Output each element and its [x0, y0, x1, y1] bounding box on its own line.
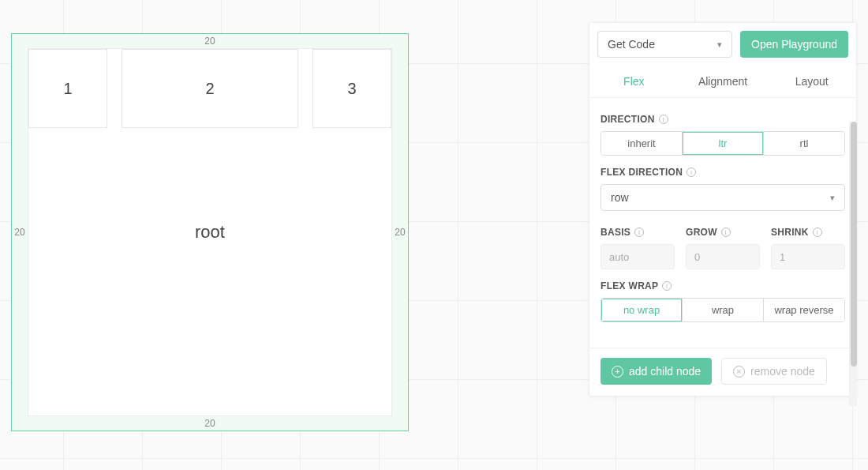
scroll-thumb[interactable] — [851, 122, 857, 367]
direction-ltr[interactable]: ltr — [682, 132, 763, 155]
basis-grow-shrink-row: BASIS i GROW i SHRINK i — [600, 222, 845, 269]
properties-panel: Get Code ▾ Open Playground Flex Alignmen… — [589, 22, 857, 397]
direction-segmented: inherit ltr rtl — [600, 131, 845, 156]
remove-node-button[interactable]: × remove node — [721, 358, 827, 385]
child-label: 3 — [347, 80, 356, 98]
child-node-2[interactable]: 2 — [122, 49, 298, 128]
basis-input[interactable] — [600, 244, 675, 269]
child-label: 1 — [63, 80, 72, 98]
direction-rtl[interactable]: rtl — [763, 132, 844, 155]
flex-wrap-label-text: FLEX WRAP — [600, 280, 658, 291]
flex-wrap-section-label: FLEX WRAP i — [600, 280, 845, 291]
flex-direction-value: row — [611, 191, 629, 204]
info-icon[interactable]: i — [687, 167, 696, 177]
canvas-mid-row: 20 1 2 3 root 20 — [12, 48, 408, 416]
get-code-dropdown[interactable]: Get Code ▾ — [597, 31, 732, 58]
flex-direction-section-label: FLEX DIRECTION i — [600, 167, 845, 178]
info-icon[interactable]: i — [813, 227, 822, 237]
info-icon[interactable]: i — [662, 281, 672, 291]
child-label: 2 — [205, 80, 214, 98]
panel-scrollbar[interactable] — [849, 122, 857, 406]
plus-circle-icon: + — [612, 366, 623, 378]
grow-label-text: GROW — [686, 227, 717, 238]
child-node-3[interactable]: 3 — [312, 49, 391, 128]
child-node-1[interactable]: 1 — [28, 49, 107, 128]
direction-inherit[interactable]: inherit — [601, 132, 682, 155]
layout-canvas[interactable]: 20 20 1 2 3 root 20 20 — [11, 33, 409, 431]
padding-left-label: 20 — [12, 227, 28, 238]
info-icon[interactable]: i — [721, 227, 731, 237]
panel-body: DIRECTION i inherit ltr rtl FLEX DIRECTI… — [589, 98, 856, 348]
get-code-label: Get Code — [608, 38, 655, 51]
panel-header: Get Code ▾ Open Playground — [589, 23, 856, 66]
root-node-label: root — [195, 222, 225, 243]
basis-label: BASIS i — [600, 227, 675, 238]
tab-flex[interactable]: Flex — [589, 66, 679, 97]
info-icon[interactable]: i — [659, 115, 668, 124]
grow-label: GROW i — [686, 227, 760, 238]
flex-direction-label-text: FLEX DIRECTION — [600, 167, 683, 178]
shrink-label: SHRINK i — [771, 227, 845, 238]
add-child-node-button[interactable]: + add child node — [600, 358, 712, 385]
direction-section-label: DIRECTION i — [600, 114, 845, 125]
shrink-label-text: SHRINK — [771, 227, 809, 238]
open-playground-button[interactable]: Open Playground — [740, 31, 848, 58]
add-child-label: add child node — [629, 365, 701, 378]
padding-right-label: 20 — [392, 227, 408, 238]
padding-top-label: 20 — [204, 36, 215, 47]
open-playground-label: Open Playground — [751, 38, 837, 51]
shrink-input[interactable] — [771, 244, 845, 269]
chevron-down-icon: ▾ — [830, 193, 835, 203]
flex-direction-select[interactable]: row ▾ — [600, 184, 845, 211]
info-icon[interactable]: i — [634, 227, 644, 237]
panel-tabs: Flex Alignment Layout — [589, 66, 856, 98]
panel-footer: + add child node × remove node — [589, 348, 856, 396]
padding-bottom-label: 20 — [204, 418, 215, 429]
flex-wrap-segmented: no wrap wrap wrap reverse — [600, 298, 845, 322]
flex-wrap-nowrap[interactable]: no wrap — [601, 299, 682, 321]
flex-wrap-wrap[interactable]: wrap — [682, 299, 763, 321]
grow-input[interactable] — [686, 244, 760, 269]
x-circle-icon: × — [733, 366, 745, 378]
tab-alignment[interactable]: Alignment — [679, 66, 768, 97]
basis-label-text: BASIS — [600, 227, 630, 238]
tab-layout[interactable]: Layout — [767, 66, 856, 97]
remove-node-label: remove node — [750, 365, 815, 378]
flex-wrap-wrap-reverse[interactable]: wrap reverse — [763, 299, 844, 321]
root-node[interactable]: 1 2 3 root — [28, 48, 392, 416]
direction-label-text: DIRECTION — [600, 114, 655, 125]
chevron-down-icon: ▾ — [717, 39, 722, 50]
